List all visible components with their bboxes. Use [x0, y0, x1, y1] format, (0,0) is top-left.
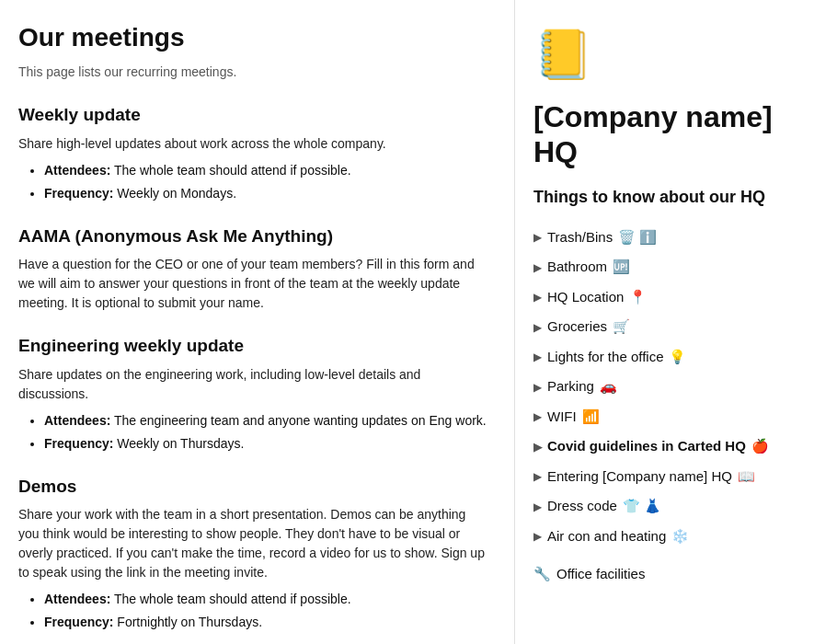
section-3: DemosShare your work with the team in a … [18, 474, 487, 633]
hq-item-label-9: Dress code [547, 496, 617, 517]
notebook-icon: 📒 [533, 18, 819, 90]
hq-item-emoji-3: 🛒 [613, 316, 630, 338]
section-2: Engineering weekly updateShare updates o… [18, 333, 487, 454]
section-0: Weekly updateShare high-level updates ab… [18, 102, 487, 203]
hq-item-emoji-6: 📶 [582, 407, 600, 428]
bullet-item-2-1: Frequency: Weekly on Thursdays. [44, 434, 487, 454]
company-title: [Company name] HQ [533, 99, 819, 170]
hq-item-label-5: Parking [547, 376, 594, 397]
hq-item-emoji-5: 🚗 [600, 376, 617, 397]
hq-item-emoji-1: 🆙 [613, 257, 630, 278]
hq-item-emoji-0: 🗑️ ℹ️ [618, 227, 657, 248]
left-panel: Our meetings This page lists our recurri… [0, 0, 515, 644]
bullet-item-0-1: Frequency: Weekly on Mondays. [44, 184, 487, 203]
hq-list: ▶Trash/Bins🗑️ ℹ️▶Bathroom🆙▶HQ Location📍▶… [533, 223, 819, 552]
section-title-1: AAMA (Anonymous Ask Me Anything) [18, 224, 487, 250]
bullet-item-3-1: Frequency: Fortnightly on Thursdays. [44, 613, 487, 632]
hq-item-emoji-8: 📖 [738, 466, 755, 488]
hq-subtitle: Things to know about our HQ [533, 185, 819, 210]
section-title-0: Weekly update [18, 102, 487, 129]
hq-list-item-3[interactable]: ▶Groceries🛒 [533, 312, 819, 342]
bullet-item-3-0: Attendees: The whole team should attend … [44, 590, 487, 609]
hq-list-item-1[interactable]: ▶Bathroom🆙 [533, 252, 819, 282]
section-desc-2: Share updates on the engineering work, i… [18, 365, 487, 404]
chevron-right-icon: ▶ [533, 259, 542, 276]
hq-list-item-4[interactable]: ▶Lights for the office💡 [533, 342, 819, 373]
hq-list-item-5[interactable]: ▶Parking🚗 [533, 372, 819, 402]
bullet-list-0: Attendees: The whole team should attend … [18, 161, 487, 203]
bullet-item-2-0: Attendees: The engineering team and anyo… [44, 411, 487, 431]
hq-item-label-6: WIFI [547, 407, 577, 428]
hq-item-label-10: Air con and heating [547, 526, 666, 547]
hq-item-label-4: Lights for the office [547, 347, 663, 368]
facilities-row[interactable]: 🔧 Office facilities [533, 564, 819, 585]
section-title-2: Engineering weekly update [18, 333, 487, 360]
page-main-title: Our meetings [18, 18, 487, 57]
hq-list-item-8[interactable]: ▶Entering [Company name] HQ📖 [533, 462, 819, 492]
section-1: AAMA (Anonymous Ask Me Anything)Have a q… [18, 224, 487, 314]
hq-item-emoji-9: 👕 👗 [623, 496, 661, 517]
chevron-right-icon: ▶ [533, 289, 542, 305]
hq-item-label-3: Groceries [547, 316, 607, 338]
chevron-right-icon: ▶ [533, 528, 542, 545]
chevron-right-icon: ▶ [533, 379, 542, 396]
chevron-right-icon: ▶ [533, 439, 542, 455]
section-desc-3: Share your work with the team in a short… [18, 505, 487, 582]
hq-item-emoji-4: 💡 [669, 347, 686, 368]
hq-item-emoji-10: ❄️ [671, 526, 689, 547]
hq-item-emoji-7: 🍎 [751, 436, 769, 457]
hq-item-label-1: Bathroom [547, 257, 607, 278]
right-panel: 📒 [Company name] HQ Things to know about… [515, 0, 837, 644]
facilities-icon: 🔧 [533, 564, 551, 585]
sections-container: Weekly updateShare high-level updates ab… [18, 102, 487, 644]
chevron-right-icon: ▶ [533, 499, 542, 515]
chevron-right-icon: ▶ [533, 319, 542, 336]
hq-item-label-0: Trash/Bins [547, 227, 613, 248]
hq-item-label-7: Covid guidelines in Carted HQ [547, 436, 746, 457]
hq-item-emoji-2: 📍 [629, 287, 647, 308]
hq-list-item-6[interactable]: ▶WIFI📶 [533, 402, 819, 432]
chevron-right-icon: ▶ [533, 408, 542, 425]
hq-list-item-7[interactable]: ▶Covid guidelines in Carted HQ🍎 [533, 431, 819, 462]
hq-list-item-2[interactable]: ▶HQ Location📍 [533, 282, 819, 313]
hq-list-item-0[interactable]: ▶Trash/Bins🗑️ ℹ️ [533, 223, 819, 253]
facilities-label: Office facilities [556, 564, 645, 585]
hq-item-label-8: Entering [Company name] HQ [547, 466, 732, 488]
section-title-3: Demos [18, 474, 487, 500]
bullet-item-0-0: Attendees: The whole team should attend … [44, 161, 487, 180]
chevron-right-icon: ▶ [533, 229, 542, 246]
hq-item-label-2: HQ Location [547, 287, 624, 308]
bullet-list-2: Attendees: The engineering team and anyo… [18, 411, 487, 454]
section-desc-1: Have a question for the CEO or one of yo… [18, 255, 487, 313]
hq-list-item-10[interactable]: ▶Air con and heating❄️ [533, 522, 819, 552]
chevron-right-icon: ▶ [533, 468, 542, 485]
section-desc-0: Share high-level updates about work acro… [18, 134, 487, 154]
bullet-list-3: Attendees: The whole team should attend … [18, 590, 487, 632]
page-subtitle: This page lists our recurring meetings. [18, 63, 487, 82]
chevron-right-icon: ▶ [533, 349, 542, 365]
hq-list-item-9[interactable]: ▶Dress code👕 👗 [533, 491, 819, 522]
